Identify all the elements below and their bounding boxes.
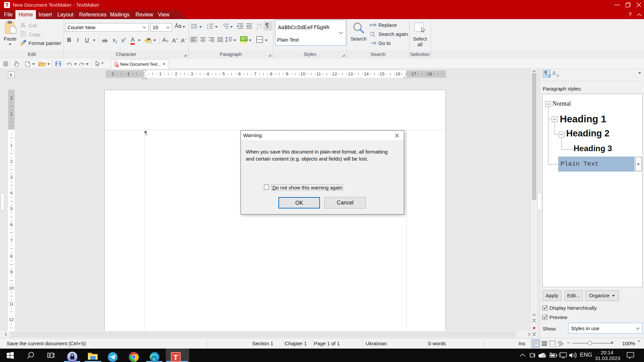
svg-text:Z: Z [257,27,258,29]
svg-text:3: 3 [207,27,208,29]
svg-text:T: T [173,353,178,362]
svg-text:a: a [370,23,372,27]
svg-text:ab: ab [147,38,151,41]
svg-text:b: b [374,23,376,27]
svg-text:A: A [257,23,259,26]
svg-text:T: T [117,65,118,67]
svg-text:1: 1 [222,23,224,26]
